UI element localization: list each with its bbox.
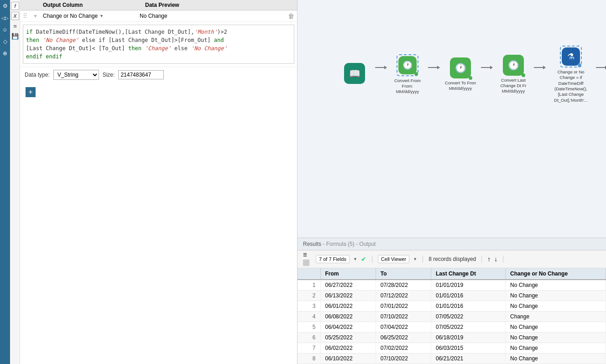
- cell-record-6: 6: [298, 333, 320, 343]
- hamburger-icon[interactable]: ≡: [11, 22, 19, 30]
- main-sidebar: ⚙ ◁▷ ☺ ◇ ⊕: [0, 0, 10, 364]
- help-icon[interactable]: ⊕: [1, 49, 9, 57]
- cell-change_or_no-5: No Change: [506, 322, 606, 333]
- cell-change_or_no-3: No Change: [506, 301, 606, 312]
- size-label: Size:: [103, 72, 115, 78]
- cell-last_change_dt-6: 06/18/2019: [431, 333, 506, 343]
- table-row: 706/02/202207/02/202206/03/2015No Change: [298, 343, 606, 354]
- scroll-down-button[interactable]: ↓: [494, 255, 497, 263]
- face-icon[interactable]: ☺: [1, 26, 9, 34]
- data-table: From To Last Change Dt Change or No Chan…: [298, 268, 606, 364]
- row-down-arrow[interactable]: ▼: [33, 13, 41, 19]
- trash-icon[interactable]: 🗑: [288, 12, 294, 20]
- node-convert1[interactable]: 🕐 Convert FromFrom:MM/dd/yyyy: [387, 54, 428, 95]
- book-icon: 📖: [349, 68, 360, 79]
- clock-icon-3: 🕐: [508, 60, 519, 71]
- cell-from-8: 06/10/2022: [320, 354, 376, 364]
- separator-3: [481, 255, 482, 263]
- tag-icon[interactable]: ◇: [1, 37, 9, 46]
- convert3-icon-wrap: 🕐: [503, 55, 524, 76]
- node-convert3[interactable]: 🕐 Convert LastChange Dt FrMM/dd/yyyy: [493, 55, 534, 94]
- separator-4: [503, 255, 503, 263]
- scroll-up-button[interactable]: ↑: [487, 255, 491, 263]
- workflow-canvas: 📖 🕐 Convert FromFrom: [298, 0, 606, 238]
- cell-last_change_dt-2: 01/01/2016: [431, 291, 506, 301]
- cell-viewer-button[interactable]: Cell Viewer: [378, 255, 409, 263]
- node-convert2[interactable]: 🕐 Convert To FronMM/dd/yyyy: [440, 57, 481, 92]
- formula-keyword-then1: then: [26, 37, 42, 43]
- row-indicators: ☰: [303, 252, 309, 266]
- formula-keyword-if1: if: [26, 29, 36, 35]
- formula-icon-bar: f X ≡ 💾: [10, 0, 20, 364]
- cell-change_or_no-2: No Change: [506, 291, 606, 301]
- th-last-change-dt: Last Change Dt: [431, 268, 506, 280]
- cell-change_or_no-7: No Change: [506, 343, 606, 354]
- table-row: 605/25/202206/25/202206/18/2019No Change: [298, 333, 606, 343]
- node-dot-formula: [578, 63, 581, 67]
- cell-from-4: 06/08/2022: [320, 312, 376, 322]
- save-icon[interactable]: 💾: [11, 32, 19, 40]
- cell-to-3: 07/01/2022: [376, 301, 431, 312]
- datatype-select[interactable]: V_String: [53, 70, 99, 80]
- preview-value: No Change: [140, 13, 167, 19]
- th-change-or-no: Change or No Change: [506, 268, 606, 280]
- dropdown-arrow-fields[interactable]: ▼: [353, 257, 357, 261]
- separator-2: [423, 255, 423, 263]
- cell-change_or_no-6: No Change: [506, 333, 606, 343]
- arrow-3: [481, 66, 493, 69]
- node-input[interactable]: 📖: [334, 63, 375, 86]
- cell-record-1: 1: [298, 280, 320, 291]
- cell-record-8: 8: [298, 354, 320, 364]
- cell-record-2: 2: [298, 291, 320, 301]
- th-to: To: [376, 268, 431, 280]
- cell-last_change_dt-3: 01/01/2016: [431, 301, 506, 312]
- formula-nochange-str1: 'No Change': [42, 37, 78, 43]
- gear-icon[interactable]: ⚙: [1, 2, 9, 10]
- table-header-row: From To Last Change Dt Change or No Chan…: [298, 268, 606, 280]
- add-row-button[interactable]: +: [26, 87, 36, 97]
- separator-1: [372, 255, 372, 263]
- formula-month-string: 'Month': [194, 29, 217, 35]
- arrow-5: [596, 66, 606, 69]
- row-drag-handle[interactable]: ⠿: [23, 12, 31, 20]
- cell-record-5: 5: [298, 322, 320, 333]
- dropdown-arrow-viewer[interactable]: ▼: [413, 257, 417, 261]
- cell-to-4: 07/10/2022: [376, 312, 431, 322]
- cell-last_change_dt-1: 01/01/2019: [431, 280, 506, 291]
- flask-icon: ⚗: [567, 52, 575, 62]
- table-row: 306/01/202207/01/202201/01/2016No Change: [298, 301, 606, 312]
- cell-record-7: 7: [298, 343, 320, 354]
- node-formula[interactable]: ⚗ Change or NoChange = ifDateTimeDiff(Da…: [546, 46, 596, 103]
- table-row: 106/27/202207/28/202201/01/2019No Change: [298, 280, 606, 291]
- formula-else2: else: [171, 45, 191, 52]
- formula-datetimefunc: DateTimeDiff(DateTimeNow(),[Last Change …: [36, 29, 194, 35]
- node-dot-2: [469, 76, 472, 80]
- fields-count-button[interactable]: 7 of 7 Fields: [316, 255, 350, 263]
- results-header: Results - Formula (5) - Output: [298, 238, 606, 250]
- formula-editor[interactable]: if DateTimeDiff(DateTimeNow(),[Last Chan…: [23, 25, 294, 64]
- list-icon: ☰: [303, 252, 309, 259]
- size-input[interactable]: [118, 70, 164, 79]
- th-from: From: [320, 268, 376, 280]
- table-row: 206/13/202207/12/202201/01/2016No Change: [298, 291, 606, 301]
- results-section: Results - Formula (5) - Output ☰ 7 of 7 …: [298, 238, 606, 364]
- cell-change_or_no-8: No Change: [506, 354, 606, 364]
- dropdown-arrow-col[interactable]: ▼: [99, 14, 104, 18]
- output-column-header: Output Column: [43, 2, 143, 8]
- arrows-icon[interactable]: ◁▷: [1, 14, 9, 22]
- cell-change_or_no-1: No Change: [506, 280, 606, 291]
- workflow-nodes: 📖 🕐 Convert FromFrom: [334, 46, 606, 103]
- cell-to-2: 07/12/2022: [376, 291, 431, 301]
- records-displayed-text: 8 records displayed: [428, 256, 476, 262]
- cell-last_change_dt-4: 07/05/2022: [431, 312, 506, 322]
- formula-icon[interactable]: f: [11, 2, 19, 10]
- results-table: From To Last Change Dt Change or No Chan…: [298, 268, 606, 364]
- cell-last_change_dt-8: 06/21/2021: [431, 354, 506, 364]
- formula-keyword-then2: then: [128, 45, 145, 52]
- variable-icon[interactable]: X: [11, 12, 19, 20]
- results-title: Results: [303, 241, 321, 247]
- convert3-label: Convert LastChange Dt FrMM/dd/yyyy: [500, 78, 526, 94]
- column-name-value: Change or No Change: [43, 13, 98, 19]
- formula-node-icon-wrap: ⚗: [562, 47, 580, 66]
- arrow-2: [428, 66, 440, 69]
